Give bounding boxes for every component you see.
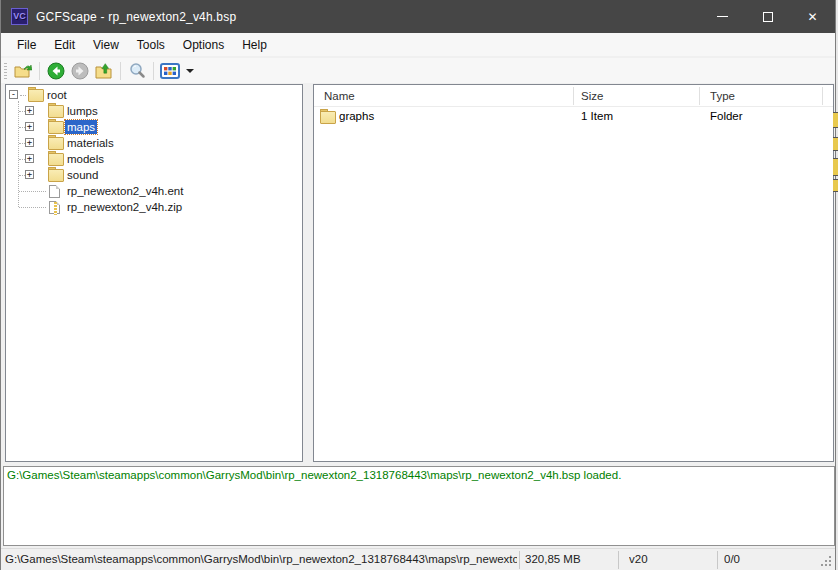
- file-list-panel: Name Size Type graphs 1 Item Folder: [313, 84, 834, 462]
- toolbar: [1, 58, 835, 83]
- menu-file[interactable]: File: [8, 34, 45, 56]
- status-path: G:\Games\Steam\steamapps\common\GarrysMo…: [5, 549, 517, 570]
- views-icon: [160, 63, 180, 79]
- forward-icon: [71, 62, 89, 80]
- expand-icon[interactable]: +: [25, 106, 34, 115]
- folder-icon: [48, 153, 62, 164]
- folder-tree-panel: - root + lumps + maps + mat: [5, 84, 303, 462]
- menu-edit[interactable]: Edit: [45, 34, 84, 56]
- zip-file-icon: [49, 201, 60, 214]
- tree-item-label[interactable]: materials: [65, 136, 116, 150]
- list-header: Name Size Type: [314, 85, 833, 107]
- expand-icon[interactable]: +: [25, 122, 34, 131]
- gcfscape-window: VC GCFScape - rp_newexton2_v4h.bsp ✕ Fil…: [0, 0, 836, 570]
- tree-connector: [19, 207, 46, 208]
- file-icon: [49, 185, 60, 198]
- cell-name[interactable]: graphs: [339, 110, 374, 122]
- folder-tree: - root + lumps + maps + mat: [6, 85, 302, 215]
- column-header-name[interactable]: Name: [324, 85, 355, 107]
- forward-button[interactable]: [68, 60, 92, 82]
- expand-icon[interactable]: +: [25, 154, 34, 163]
- console-log[interactable]: G:\Games\Steam\steamapps\common\GarrysMo…: [3, 466, 835, 546]
- tree-item-label[interactable]: rp_newexton2_v4h.zip: [65, 200, 184, 214]
- column-header-size[interactable]: Size: [581, 85, 603, 107]
- back-button[interactable]: [44, 60, 68, 82]
- status-version: v20: [629, 549, 714, 570]
- tree-item-materials[interactable]: + materials: [6, 135, 302, 151]
- toolbar-separator: [39, 62, 40, 80]
- folder-icon: [48, 121, 62, 132]
- open-archive-icon: [14, 63, 32, 79]
- status-divider: [519, 551, 520, 569]
- background-window-fragment: [833, 112, 838, 128]
- up-folder-icon: [95, 63, 113, 79]
- maximize-icon: [763, 12, 773, 22]
- tree-connector: [19, 191, 46, 192]
- minimize-button[interactable]: [700, 0, 745, 33]
- tree-item-models[interactable]: + models: [6, 151, 302, 167]
- close-icon: ✕: [807, 11, 817, 23]
- up-folder-button[interactable]: [92, 60, 116, 82]
- tree-item-zip-file[interactable]: rp_newexton2_v4h.zip: [6, 199, 302, 215]
- collapse-icon[interactable]: -: [9, 90, 18, 99]
- resize-grip[interactable]: [820, 555, 832, 567]
- title-bar: VC GCFScape - rp_newexton2_v4h.bsp ✕: [1, 0, 835, 33]
- tree-item-label-selected[interactable]: maps: [65, 120, 97, 134]
- tree-item-root[interactable]: - root: [6, 87, 302, 103]
- back-icon: [47, 62, 65, 80]
- tree-item-label[interactable]: models: [65, 152, 106, 166]
- expand-icon[interactable]: +: [25, 138, 34, 147]
- column-divider[interactable]: [822, 87, 823, 105]
- cell-type: Folder: [710, 110, 743, 122]
- menu-help[interactable]: Help: [233, 34, 276, 56]
- tree-item-maps[interactable]: + maps: [6, 119, 302, 135]
- tree-item-label[interactable]: lumps: [65, 104, 100, 118]
- tree-item-label[interactable]: sound: [65, 168, 100, 182]
- status-divider: [717, 551, 718, 569]
- folder-icon: [28, 89, 42, 100]
- toolbar-separator: [153, 62, 154, 80]
- minimize-icon: [717, 16, 728, 17]
- tree-item-sound[interactable]: + sound: [6, 167, 302, 183]
- background-window-fragment: [833, 179, 838, 192]
- menu-options[interactable]: Options: [174, 34, 233, 56]
- expand-icon[interactable]: +: [25, 170, 34, 179]
- close-button[interactable]: ✕: [790, 0, 835, 33]
- app-icon: VC: [11, 8, 28, 25]
- menu-tools[interactable]: Tools: [128, 34, 174, 56]
- folder-icon: [48, 105, 62, 116]
- column-divider[interactable]: [573, 87, 574, 105]
- find-icon: [128, 62, 146, 80]
- menu-view[interactable]: View: [84, 34, 128, 56]
- tree-item-lumps[interactable]: + lumps: [6, 103, 302, 119]
- background-window-fragment: [833, 158, 838, 176]
- window-title: GCFScape - rp_newexton2_v4h.bsp: [36, 10, 236, 24]
- views-button[interactable]: [158, 60, 182, 82]
- views-dropdown-arrow-icon: [186, 69, 194, 73]
- menu-bar: File Edit View Tools Options Help: [1, 33, 835, 57]
- toolbar-grip[interactable]: [4, 63, 7, 79]
- background-window-fragment: [833, 137, 838, 151]
- list-row-graphs[interactable]: graphs 1 Item Folder: [314, 107, 833, 125]
- column-divider[interactable]: [699, 87, 700, 105]
- folder-icon: [48, 137, 62, 148]
- toolbar-separator: [120, 62, 121, 80]
- views-dropdown-button[interactable]: [182, 60, 196, 82]
- folder-icon: [48, 169, 62, 180]
- status-selection-count: 0/0: [724, 549, 814, 570]
- tree-item-label[interactable]: root: [45, 88, 69, 102]
- find-button[interactable]: [125, 60, 149, 82]
- maximize-button[interactable]: [745, 0, 790, 33]
- open-archive-button[interactable]: [11, 60, 35, 82]
- tree-item-label[interactable]: rp_newexton2_v4h.ent: [65, 184, 185, 198]
- column-header-type[interactable]: Type: [710, 85, 735, 107]
- console-message: G:\Games\Steam\steamapps\common\GarrysMo…: [7, 469, 831, 481]
- status-divider: [618, 551, 619, 569]
- status-size: 320,85 MB: [525, 549, 615, 570]
- folder-icon: [320, 111, 334, 122]
- tree-connector: [20, 95, 26, 96]
- cell-size: 1 Item: [581, 110, 613, 122]
- status-bar: G:\Games\Steam\steamapps\common\GarrysMo…: [1, 548, 835, 570]
- tree-item-ent-file[interactable]: rp_newexton2_v4h.ent: [6, 183, 302, 199]
